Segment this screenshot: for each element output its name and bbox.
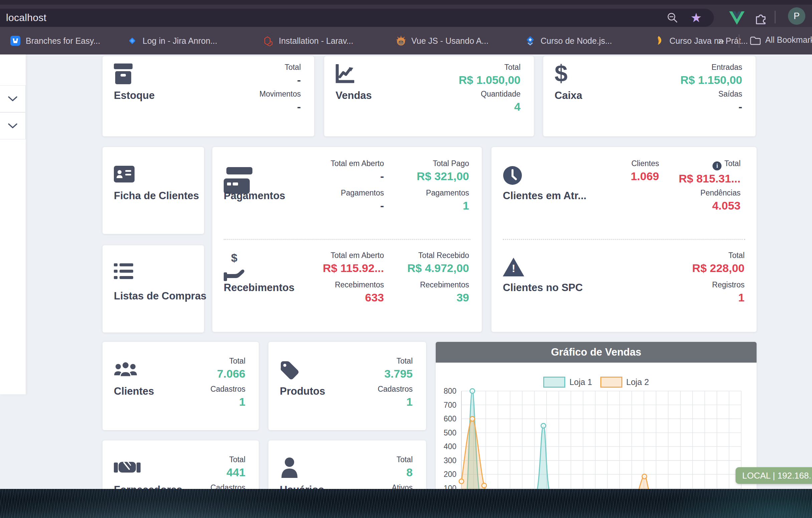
browser-chrome: localhost ★ P Branches for Easy... [0,0,812,54]
environment-badge: LOCAL | 192.168.1.20 [735,467,812,484]
stat-pagamentos: Pagamentos - [341,189,384,212]
collapsed-sidebar [0,54,26,394]
legend-item-loja2[interactable]: Loja 2 [600,377,649,388]
warning-triangle-icon [503,258,524,276]
stat-pendencias: Pendências 4.053 [700,189,741,212]
bookmark-label: Vue JS - Usando A... [411,36,489,46]
address-bar[interactable]: localhost ★ [0,9,714,27]
list-icon [114,263,133,279]
stat-total-recebido: Total Recebido R$ 4.972,00 [407,251,469,275]
stat-total: Total - [285,63,301,86]
url-text[interactable]: localhost [6,12,47,23]
card-estoque[interactable]: Estoque Total - Movimentos - [103,56,314,136]
bookmark-jira[interactable]: Log in - Jira Anron... [127,27,218,54]
bookmark-label: Curso Java na Prát... [669,36,748,46]
stat-entradas: Entradas R$ 1.150,00 [680,63,742,86]
laravel-icon [263,35,274,46]
window-top-strip [0,0,812,5]
stat-total-em-aberto: Total em Aberto - [330,159,384,183]
section-recebimentos: $ Recebimentos Total em Aberto R$ 115.92… [212,239,482,331]
legend-swatch [600,377,622,388]
bookmark-java[interactable]: Curso Java na Prát... [654,27,748,54]
card-listas-compras[interactable]: Listas de Compras [103,245,204,332]
card-title: Clientes [114,385,154,397]
bookmarks-divider [738,34,740,48]
bookmark-label: Curso de Node.js... [541,36,612,46]
card-title: Estoque [114,89,154,102]
stat-pagamentos-qtd: Pagamentos 1 [426,189,469,212]
svg-text:500: 500 [444,429,457,437]
user-icon [280,457,299,478]
zoom-out-icon[interactable] [666,12,678,24]
bookmarks-overflow-button[interactable]: » [718,34,724,47]
bookmark-laravel[interactable]: Installation - Larav... [263,27,353,54]
svg-text:$: $ [231,252,237,264]
jira-icon [127,35,138,46]
legend-swatch [543,377,565,388]
java-icon [654,35,664,46]
svg-text:400: 400 [444,442,457,451]
card-title: Pagamentos [224,190,285,202]
card-clientes[interactable]: Clientes Total 7.066 Cadastros 1 [103,342,259,430]
card-pagamentos-recebimentos[interactable]: Pagamentos Total em Aberto - Pagamentos … [212,147,482,332]
bookmark-vuejs[interactable]: Vue JS - Usando A... [396,27,489,54]
stat-total: Total R$ 1.050,00 [459,63,521,86]
card-ficha-clientes[interactable]: Ficha de Clientes [103,147,204,234]
svg-text:300: 300 [444,456,457,465]
clock-icon [503,166,522,185]
chevron-down-icon [8,96,18,102]
stat-total-pago: Total Pago R$ 321,00 [417,159,469,183]
stat-movimentos: Movimentos - [259,89,301,113]
extensions-puzzle-icon[interactable] [754,12,767,25]
sidebar-expander-2[interactable] [0,112,26,139]
bookmark-branches[interactable]: Branches for Easy... [10,27,100,54]
section-clientes-em-atraso: Clientes em Atr... Clientes 1.069 Total … [491,147,757,239]
stat-cadastros: Cadastros 1 [210,385,245,408]
card-atraso-spc[interactable]: Clientes em Atr... Clientes 1.069 Total … [491,147,757,332]
stat-recebimentos: Recebimentos 633 [335,280,384,304]
info-icon[interactable] [713,161,722,170]
id-card-icon [114,166,135,183]
toolbar-divider [775,11,776,23]
hand-holding-dollar-icon: $ [224,252,245,284]
profile-avatar[interactable]: P [788,7,805,25]
users-icon [114,361,137,380]
card-caixa[interactable]: Caixa Entradas R$ 1.150,00 Saídas - [543,56,756,136]
monkey-icon [396,35,406,46]
section-clientes-no-spc: Clientes no SPC Total R$ 228,00 Registro… [491,239,757,331]
stat-total-atraso: Total R$ 815.31... [679,159,741,185]
stat-total: Total 8 [396,455,413,479]
vue-devtools-icon[interactable] [729,11,745,25]
card-title: Produtos [280,385,325,397]
svg-text:200: 200 [444,470,457,479]
stat-cadastros: Cadastros 1 [378,385,413,408]
stat-quantidade: Quantidade 4 [481,89,521,113]
sales-area-chart: 800700600500400300200100 [436,342,757,489]
card-grafico-vendas: Gráfico de Vendas Loja 1 Loja 2 80070060… [436,342,757,489]
node-icon [525,35,535,46]
stat-registros: Registros 1 [712,280,745,304]
card-title: Vendas [336,89,372,102]
all-bookmarks-button[interactable]: All Bookmarks [765,35,812,45]
bookmark-node[interactable]: Curso de Node.js... [525,27,612,54]
svg-text:600: 600 [444,414,457,423]
svg-text:700: 700 [444,401,457,409]
stat-saidas: Saídas - [718,89,742,113]
stat-recebimentos-qtd: Recebimentos 39 [420,280,469,304]
card-vendas[interactable]: Vendas Total R$ 1.050,00 Quantidade 4 [324,56,534,136]
chart-line-icon [336,64,354,84]
desktop-wallpaper-water [0,489,812,518]
stat-total: Total 3.795 [384,357,413,380]
archive-box-icon [114,63,133,84]
bookmark-star-icon[interactable]: ★ [691,9,702,21]
svg-text:800: 800 [444,387,457,396]
section-pagamentos: Pagamentos Total em Aberto - Pagamentos … [212,147,482,239]
card-produtos[interactable]: Produtos Total 3.795 Cadastros 1 [268,342,426,430]
stat-total-em-aberto: Total em Aberto R$ 115.92... [323,251,384,275]
bookmark-label: Log in - Jira Anron... [143,36,218,46]
sidebar-expander-1[interactable] [0,85,26,112]
tag-icon [280,361,299,380]
legend-item-loja1[interactable]: Loja 1 [543,377,592,388]
stat-total: Total 7.066 [217,357,245,380]
bookmark-label: Branches for Easy... [26,36,100,46]
